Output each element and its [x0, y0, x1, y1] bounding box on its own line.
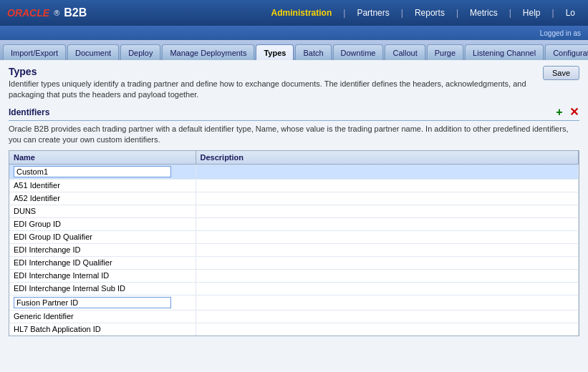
identifier-name-cell[interactable]: EDI Group ID [9, 217, 196, 230]
tab-types[interactable]: Types [256, 44, 294, 60]
identifier-description-cell[interactable] [196, 179, 579, 192]
tab-batch[interactable]: Batch [295, 44, 331, 60]
tab-listening-channel[interactable]: Listening Channel [465, 44, 544, 60]
page-description: Identifier types uniquely identify a tra… [9, 79, 543, 101]
identifier-name-cell[interactable]: HL7 Batch Application ID [9, 323, 196, 336]
tab-document[interactable]: Document [67, 44, 119, 60]
identifier-description-cell[interactable] [196, 336, 579, 336]
table-row[interactable]: HL7 Batch Application ID [9, 323, 579, 336]
save-button[interactable]: Save [543, 66, 579, 80]
identifier-description-cell[interactable] [196, 295, 579, 310]
tab-purge[interactable]: Purge [427, 44, 463, 60]
identifier-name-cell[interactable]: DUNS [9, 205, 196, 217]
identifier-description-cell[interactable] [196, 323, 579, 336]
table-header-row: Name Description [9, 151, 579, 165]
identifier-description-cell[interactable] [196, 282, 579, 295]
identifier-description-cell[interactable] [196, 164, 579, 179]
remove-identifier-button[interactable]: ✕ [568, 107, 579, 118]
nav-metrics[interactable]: Metrics [464, 8, 503, 18]
identifier-name-cell[interactable]: HL7 Batch Application Universal ID [9, 336, 196, 336]
tab-callout[interactable]: Callout [385, 44, 425, 60]
nav-reports[interactable]: Reports [409, 8, 450, 18]
nav-partners[interactable]: Partners [351, 8, 395, 18]
table-row[interactable]: EDI Interchange ID Qualifier [9, 256, 579, 269]
table-row[interactable]: EDI Group ID Qualifier [9, 230, 579, 243]
table-row[interactable]: EDI Interchange Internal ID [9, 269, 579, 282]
tab-downtime[interactable]: Downtime [333, 44, 384, 60]
identifier-description-cell[interactable] [196, 230, 579, 243]
table-row[interactable]: A51 Identifier [9, 179, 579, 192]
add-identifier-button[interactable]: + [554, 107, 565, 118]
b2b-logo: B2B [64, 6, 87, 19]
identifiers-table-container[interactable]: Name Description A51 IdentifierA52 Ident… [9, 150, 579, 336]
top-bar: ORACLE ® B2B Administration | Partners |… [0, 0, 588, 26]
identifier-name-cell[interactable]: A52 Identifier [9, 192, 196, 205]
identifier-name-cell[interactable]: EDI Group ID Qualifier [9, 230, 196, 243]
table-row[interactable]: EDI Group ID [9, 217, 579, 230]
table-row[interactable] [9, 164, 579, 179]
identifier-description-cell[interactable] [196, 256, 579, 269]
identifiers-description: Oracle B2B provides each trading partner… [9, 124, 579, 146]
table-row[interactable]: EDI Interchange Internal Sub ID [9, 282, 579, 295]
identifier-name-input[interactable] [14, 166, 171, 177]
identifier-name-cell[interactable]: A51 Identifier [9, 179, 196, 192]
identifier-description-cell[interactable] [196, 243, 579, 256]
identifier-description-cell[interactable] [196, 310, 579, 323]
top-nav-links: Administration | Partners | Reports | Me… [266, 8, 581, 18]
logo-separator: ® [54, 9, 59, 17]
main-content: Types Identifier types uniquely identify… [0, 60, 588, 372]
oracle-logo: ORACLE [7, 7, 49, 19]
column-header-description: Description [196, 151, 579, 165]
logo-area: ORACLE ® B2B [7, 6, 87, 19]
logged-in-text: Logged in as [540, 29, 581, 37]
identifier-name-input[interactable] [14, 297, 171, 308]
nav-administration[interactable]: Administration [266, 8, 338, 18]
page-title: Types [9, 66, 543, 77]
identifier-name-cell[interactable]: EDI Interchange Internal Sub ID [9, 282, 196, 295]
identifier-name-cell[interactable]: EDI Interchange ID Qualifier [9, 256, 196, 269]
tab-import-export[interactable]: Import/Export [3, 44, 66, 60]
identifier-name-cell[interactable] [9, 164, 196, 179]
table-row[interactable]: EDI Interchange ID [9, 243, 579, 256]
table-row[interactable]: A52 Identifier [9, 192, 579, 205]
login-bar: Logged in as [0, 26, 588, 40]
table-row[interactable] [9, 295, 579, 310]
table-row[interactable]: HL7 Batch Application Universal ID [9, 336, 579, 336]
identifier-name-cell[interactable] [9, 295, 196, 310]
identifier-description-cell[interactable] [196, 269, 579, 282]
nav-logout[interactable]: Lo [560, 8, 581, 18]
action-icons: + ✕ [554, 107, 579, 118]
tab-deploy[interactable]: Deploy [120, 44, 160, 60]
table-row[interactable]: Generic Identifier [9, 310, 579, 323]
identifiers-section-header: Identifiers + ✕ [9, 107, 579, 121]
nav-help[interactable]: Help [517, 8, 546, 18]
tab-bar: Import/Export Document Deploy Manage Dep… [0, 40, 588, 60]
page-header: Types Identifier types uniquely identify… [9, 66, 579, 101]
identifier-name-cell[interactable]: EDI Interchange ID [9, 243, 196, 256]
page-title-area: Types Identifier types uniquely identify… [9, 66, 543, 101]
identifier-description-cell[interactable] [196, 192, 579, 205]
tab-manage-deployments[interactable]: Manage Deployments [162, 44, 254, 60]
identifier-description-cell[interactable] [196, 217, 579, 230]
identifier-description-cell[interactable] [196, 205, 579, 217]
tab-configuration[interactable]: Configuration [545, 44, 588, 60]
identifiers-title: Identifiers [9, 107, 49, 117]
table-row[interactable]: DUNS [9, 205, 579, 217]
identifier-name-cell[interactable]: Generic Identifier [9, 310, 196, 323]
column-header-name: Name [9, 151, 196, 165]
identifier-name-cell[interactable]: EDI Interchange Internal ID [9, 269, 196, 282]
identifiers-table: Name Description A51 IdentifierA52 Ident… [9, 151, 579, 336]
